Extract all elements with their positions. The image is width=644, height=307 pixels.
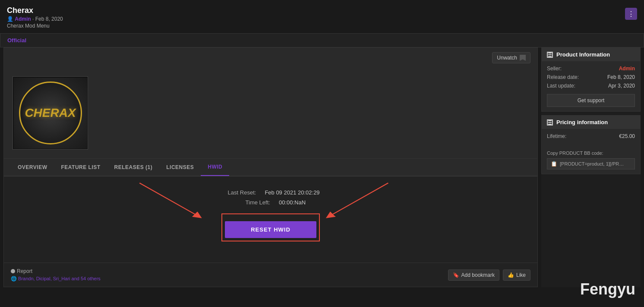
official-tag: Official: [7, 37, 26, 44]
product-info-title: Product Information: [556, 51, 610, 58]
author-icon: 👤: [7, 16, 15, 22]
like-button[interactable]: 👍 Like: [503, 269, 530, 281]
doc-icon: [547, 52, 553, 58]
seller-value[interactable]: Admin: [619, 66, 635, 72]
tab-feature-list[interactable]: FEATURE LIST: [54, 159, 107, 175]
lifetime-value: €25.00: [619, 133, 635, 139]
pricing-info-body: Lifetime: €25.00: [542, 129, 640, 146]
copy-icon: 📋: [551, 161, 557, 167]
report-link[interactable]: Report: [11, 268, 101, 274]
report-label: Report: [17, 268, 32, 274]
last-reset-label: Last Reset:: [221, 189, 256, 196]
header-right: ⋮: [625, 8, 637, 20]
like-label: Like: [516, 272, 526, 278]
pricing-doc-icon: [547, 119, 553, 125]
unwatch-button[interactable]: Unwatch: [492, 52, 530, 63]
unwatch-label: Unwatch: [497, 55, 517, 61]
header-meta: 👤 Admin · Feb 8, 2020: [7, 16, 63, 22]
tab-releases[interactable]: RELEASES (1): [107, 159, 160, 175]
cherax-logo: CHERAX: [14, 78, 87, 149]
release-date-value: Feb 8, 2020: [607, 74, 635, 80]
right-sidebar: Product Information Seller: Admin Releas…: [541, 47, 641, 287]
time-left-value: 00:00:NaN: [279, 199, 306, 206]
product-info-card: Product Information Seller: Admin Releas…: [541, 47, 641, 112]
hwid-time-left-row: Time Left: 00:00:NaN: [236, 199, 306, 206]
doc-line-3: [548, 56, 552, 57]
likes-text: Brandn, Dicipal, Sri_Hari and 54 others: [18, 276, 101, 281]
reset-hwid-button[interactable]: RESET HWID: [225, 221, 316, 238]
hwid-last-reset-row: Last Reset: Feb 09 2021 20:02:29: [221, 189, 319, 196]
copy-bb-code: [PRODUCT=product, 1][/PRODUC: [560, 161, 625, 166]
lifetime-label: Lifetime:: [547, 133, 566, 139]
product-top-bar: Unwatch: [4, 48, 537, 68]
tab-licenses[interactable]: LICENSES: [159, 159, 201, 175]
footer-left: Report 🌐 Brandn, Dicipal, Sri_Hari and 5…: [11, 268, 101, 282]
pricing-info-header: Pricing information: [542, 116, 640, 129]
likes-info: 🌐 Brandn, Dicipal, Sri_Hari and 54 other…: [11, 276, 101, 282]
doc-line-2: [548, 54, 552, 55]
header: Cherax 👤 Admin · Feb 8, 2020 Cherax Mod …: [0, 0, 644, 33]
copy-bb-section: Copy PRODUCT BB code: 📋 [PRODUCT=product…: [542, 146, 640, 174]
doc-line-1: [548, 53, 552, 53]
pricing-doc-line-3: [548, 124, 552, 125]
release-date-label: Release date:: [547, 74, 579, 80]
reset-hwid-container: RESET HWID: [221, 213, 320, 241]
pricing-info-card: Pricing information Lifetime: €25.00 Cop…: [541, 115, 641, 174]
last-update-label: Last update:: [547, 83, 575, 89]
cherax-logo-text: CHERAX: [25, 106, 76, 120]
product-info-body: Seller: Admin Release date: Feb 8, 2020 …: [542, 61, 640, 111]
watermark: Fengyu: [580, 280, 635, 298]
subtitle: Cherax Mod Menu: [7, 23, 63, 29]
date-text: ·: [32, 16, 35, 22]
like-icon: 👍: [508, 272, 514, 278]
tab-overview[interactable]: OVERVIEW: [11, 159, 54, 175]
content-footer: Report 🌐 Brandn, Dicipal, Sri_Hari and 5…: [4, 263, 537, 287]
tabs-bar: OVERVIEW FEATURE LIST RELEASES (1) LICEN…: [4, 159, 537, 176]
seller-label: Seller:: [547, 66, 562, 72]
pricing-doc-line-2: [548, 122, 552, 123]
official-bar: Official: [0, 33, 644, 47]
header-left: Cherax 👤 Admin · Feb 8, 2020 Cherax Mod …: [7, 6, 63, 29]
seller-row: Seller: Admin: [547, 66, 635, 72]
copy-bb-box[interactable]: 📋 [PRODUCT=product, 1][/PRODUC: [547, 158, 635, 169]
options-button[interactable]: ⋮: [625, 8, 637, 20]
add-bookmark-label: Add bookmark: [461, 272, 495, 278]
page-wrapper: Cherax 👤 Admin · Feb 8, 2020 Cherax Mod …: [0, 0, 644, 307]
footer-actions: 🔖 Add bookmark 👍 Like: [448, 269, 530, 281]
pricing-info-title: Pricing information: [556, 119, 608, 125]
last-reset-value: Feb 09 2021 20:02:29: [265, 189, 319, 196]
tab-hwid[interactable]: HWID: [201, 159, 229, 176]
content-wrapper: Unwatch CHERAX OVERVIEW FEATURE LIST REL…: [0, 47, 644, 291]
hwid-info: Last Reset: Feb 09 2021 20:02:29 Time Le…: [13, 189, 529, 241]
product-image-box: CHERAX: [13, 76, 88, 150]
pricing-doc-line-1: [548, 120, 552, 121]
bookmark-icon: [520, 55, 526, 61]
post-date: Feb 8, 2020: [35, 16, 63, 22]
last-update-value: Apr 3, 2020: [608, 83, 635, 89]
add-bookmark-button[interactable]: 🔖 Add bookmark: [448, 269, 499, 281]
get-support-button[interactable]: Get support: [547, 94, 635, 107]
hwid-content: Last Reset: Feb 09 2021 20:02:29 Time Le…: [4, 176, 537, 263]
product-info-header: Product Information: [542, 48, 640, 61]
time-left-label: Time Left:: [236, 199, 270, 206]
product-showcase: CHERAX: [4, 68, 537, 159]
last-update-row: Last update: Apr 3, 2020: [547, 83, 635, 89]
copy-bb-label: Copy PRODUCT BB code:: [547, 150, 635, 156]
left-content: Unwatch CHERAX OVERVIEW FEATURE LIST REL…: [3, 47, 538, 287]
page-title: Cherax: [7, 6, 63, 15]
lifetime-row: Lifetime: €25.00: [547, 133, 635, 139]
report-icon: [11, 269, 15, 273]
bookmark-action-icon: 🔖: [453, 272, 459, 278]
release-date-row: Release date: Feb 8, 2020: [547, 74, 635, 80]
likes-icon: 🌐: [11, 276, 18, 281]
author-link[interactable]: Admin: [15, 16, 31, 22]
